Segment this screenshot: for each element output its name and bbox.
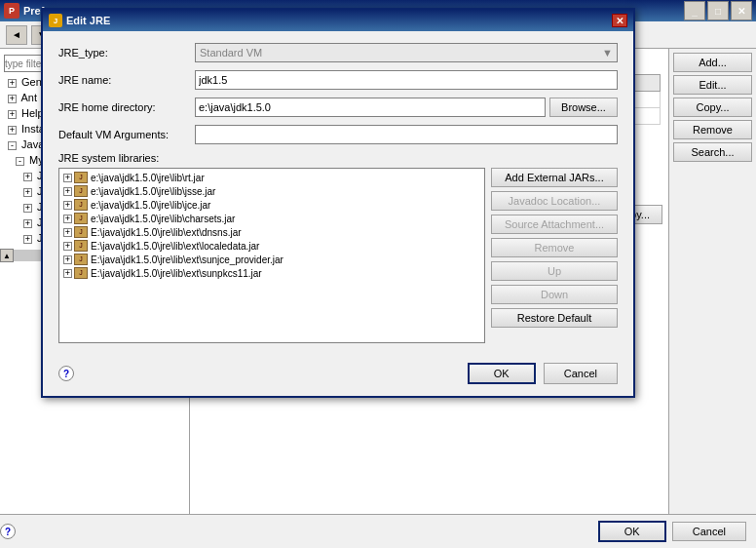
modal-cancel-button[interactable]: Cancel — [544, 363, 618, 384]
modal-body: JRE_type: Standard VM ▼ JRE name: JRE ho… — [43, 31, 633, 355]
tree-item-label: E:\java\jdk1.5.0\jre\lib\ext\sunpkcs11.j… — [91, 268, 262, 279]
jre-name-input[interactable] — [195, 70, 618, 90]
tree-toggle[interactable]: + — [63, 242, 72, 251]
modal-ok-button[interactable]: OK — [468, 363, 536, 384]
modal-help-button[interactable]: ? — [58, 366, 74, 381]
tree-item[interactable]: +Je:\java\jdk1.5.0\jre\lib\charsets.jar — [61, 212, 482, 225]
tree-item[interactable]: +JE:\java\jdk1.5.0\jre\lib\ext\sunpkcs11… — [61, 266, 482, 280]
jar-icon: J — [74, 226, 88, 238]
jre-type-dropdown-arrow: ▼ — [602, 47, 613, 59]
tree-toggle[interactable]: + — [63, 201, 72, 210]
tree-item[interactable]: +JE:\java\jdk1.5.0\jre\lib\ext\sunjce_pr… — [61, 253, 482, 266]
modal-close-button[interactable]: ✕ — [612, 14, 627, 27]
browse-button[interactable]: Browse... — [549, 98, 618, 117]
tree-toggle[interactable]: + — [63, 187, 72, 196]
source-attachment-button[interactable]: Source Attachment... — [491, 215, 618, 234]
tree-item-label: e:\java\jdk1.5.0\jre\lib\jsse.jar — [91, 186, 215, 197]
tree-item-label: e:\java\jdk1.5.0\jre\lib\jce.jar — [91, 200, 210, 211]
jar-icon: J — [74, 267, 88, 279]
tree-toggle[interactable]: + — [63, 228, 72, 237]
add-external-jars-button[interactable]: Add External JARs... — [491, 168, 618, 187]
jre-home-label: JRE home directory: — [58, 101, 195, 113]
jar-icon: J — [74, 254, 88, 265]
tree-toggle[interactable]: + — [63, 215, 72, 223]
javadoc-location-button[interactable]: Javadoc Location... — [491, 191, 618, 211]
tree-item-label: e:\java\jdk1.5.0\jre\lib\charsets.jar — [91, 214, 235, 224]
modal-title-left: J Edit JRE — [49, 14, 110, 27]
modal-bottom: ? OK Cancel — [43, 355, 633, 396]
tree-toggle[interactable]: + — [63, 174, 72, 182]
tree-item-label: E:\java\jdk1.5.0\jre\lib\ext\dnsns.jar — [91, 227, 242, 238]
jar-icon: J — [74, 199, 88, 211]
jre-type-value: Standard VM — [200, 47, 262, 59]
jre-home-input-group: Browse... — [195, 98, 618, 117]
tree-item[interactable]: +JE:\java\jdk1.5.0\jre\lib\ext\dnsns.jar — [61, 225, 482, 239]
up-button[interactable]: Up — [491, 261, 618, 281]
jar-icon: J — [74, 185, 88, 197]
jre-type-row: JRE_type: Standard VM ▼ — [58, 43, 618, 62]
jar-icon: J — [74, 240, 88, 252]
modal-titlebar: J Edit JRE ✕ — [43, 10, 633, 31]
edit-jre-dialog: J Edit JRE ✕ JRE_type: Standard VM ▼ JRE… — [41, 8, 635, 398]
default-args-label: Default VM Arguments: — [58, 129, 195, 140]
tree-item[interactable]: +Je:\java\jdk1.5.0\jre\lib\jce.jar — [61, 198, 482, 212]
tree-item-label: E:\java\jdk1.5.0\jre\lib\ext\sunjce_prov… — [91, 254, 284, 265]
jre-home-row: JRE home directory: Browse... — [58, 98, 618, 117]
modal-ok-cancel-group: OK Cancel — [468, 363, 618, 384]
jre-name-label: JRE name: — [58, 74, 195, 86]
modal-overlay: J Edit JRE ✕ JRE_type: Standard VM ▼ JRE… — [0, 0, 756, 548]
jre-name-row: JRE name: — [58, 70, 618, 90]
jre-type-select[interactable]: Standard VM ▼ — [195, 43, 618, 62]
jre-type-label: JRE_type: — [58, 47, 195, 59]
tree-item-label: E:\java\jdk1.5.0\jre\lib\ext\localedata.… — [91, 241, 259, 252]
tree-toggle[interactable]: + — [63, 269, 72, 278]
jre-libs-area: +Je:\java\jdk1.5.0\jre\lib\rt.jar+Je:\ja… — [58, 168, 618, 343]
tree-item[interactable]: +Je:\java\jdk1.5.0\jre\lib\rt.jar — [61, 171, 482, 184]
jre-right-buttons: Add External JARs... Javadoc Location...… — [491, 168, 618, 343]
tree-item-label: e:\java\jdk1.5.0\jre\lib\rt.jar — [91, 173, 205, 183]
restore-default-button[interactable]: Restore Default — [491, 308, 618, 328]
remove-jar-button[interactable]: Remove — [491, 238, 618, 257]
default-args-row: Default VM Arguments: — [58, 125, 618, 144]
jre-tree[interactable]: +Je:\java\jdk1.5.0\jre\lib\rt.jar+Je:\ja… — [58, 168, 485, 343]
tree-toggle[interactable]: + — [63, 255, 72, 264]
modal-icon: J — [49, 14, 62, 27]
tree-item[interactable]: +JE:\java\jdk1.5.0\jre\lib\ext\localedat… — [61, 239, 482, 253]
jar-icon: J — [74, 213, 88, 224]
jar-icon: J — [74, 172, 88, 183]
down-button[interactable]: Down — [491, 285, 618, 304]
jre-home-input[interactable] — [195, 98, 546, 117]
modal-title-text: Edit JRE — [66, 15, 110, 26]
default-args-input[interactable] — [195, 125, 618, 144]
tree-item[interactable]: +Je:\java\jdk1.5.0\jre\lib\jsse.jar — [61, 184, 482, 198]
jre-libs-label: JRE system libraries: — [58, 152, 618, 164]
